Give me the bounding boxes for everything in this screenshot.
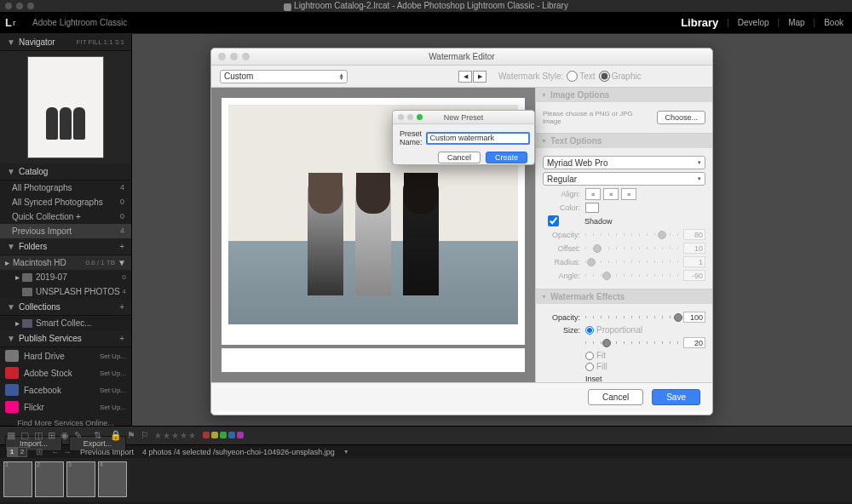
module-book[interactable]: Book bbox=[824, 18, 843, 27]
folder-drive[interactable]: ▸Macintosh HD0.6 / 1 TB▼ bbox=[0, 255, 131, 270]
font-style-select[interactable]: Regular▾ bbox=[543, 172, 705, 186]
publish-header[interactable]: ▼Publish Services+ bbox=[0, 330, 131, 347]
font-select[interactable]: Myriad Web Pro▾ bbox=[543, 156, 705, 169]
photo-count-label: 4 photos /4 selected /suhyeon-choi-10492… bbox=[142, 448, 335, 456]
navigator-preview[interactable] bbox=[0, 51, 131, 163]
publish-hard-drive[interactable]: Hard DriveSet Up... bbox=[0, 347, 131, 364]
collections-header[interactable]: ▼Collections+ bbox=[0, 299, 131, 316]
shadow-angle-slider[interactable] bbox=[585, 274, 678, 277]
size-proportional-radio[interactable]: Proportional bbox=[585, 325, 642, 335]
watermark-options-panel: ▼Image Options Please choose a PNG or JP… bbox=[535, 88, 712, 382]
text-options-header[interactable]: ▼Text Options bbox=[536, 134, 712, 148]
source-label[interactable]: Previous Import bbox=[80, 448, 134, 456]
filmstrip-thumb[interactable]: 1 bbox=[3, 461, 32, 497]
app-name: Adobe Lightroom Classic bbox=[32, 18, 127, 27]
compare-view-icon[interactable]: ◫ bbox=[34, 430, 43, 441]
preset-dropdown[interactable]: Custom▴▾ bbox=[220, 70, 348, 83]
preset-cancel-button[interactable]: Cancel bbox=[438, 152, 481, 163]
publish-flickr[interactable]: FlickrSet Up... bbox=[0, 398, 131, 415]
new-preset-dialog: New Preset Preset Name: Cancel Create bbox=[392, 110, 535, 165]
size-slider[interactable] bbox=[585, 341, 678, 344]
publish-facebook[interactable]: FacebookSet Up... bbox=[0, 381, 131, 398]
find-more-services[interactable]: Find More Services Online... bbox=[0, 415, 131, 431]
people-view-icon[interactable]: ◉ bbox=[60, 430, 69, 441]
watermark-editor-window: Watermark Editor Custom▴▾ ◀ ▶ Watermark … bbox=[210, 48, 713, 415]
shadow-checkbox[interactable] bbox=[548, 215, 559, 226]
window-title: Lightroom Catalog-2.lrcat - Adobe Photos… bbox=[294, 1, 568, 10]
left-panel: ▼NavigatorFIT FILL 1:1 3:1 ▼Catalog All … bbox=[0, 34, 132, 426]
sort-direction-icon[interactable]: ⇅ bbox=[94, 430, 101, 441]
catalog-quick-collection[interactable]: Quick Collection +0 bbox=[0, 209, 131, 224]
smart-collections[interactable]: ▸Smart Collec... bbox=[0, 316, 131, 330]
color-labels[interactable] bbox=[202, 431, 245, 440]
choose-image-button[interactable]: Choose... bbox=[657, 111, 705, 124]
macos-titlebar: Lightroom Catalog-2.lrcat - Adobe Photos… bbox=[0, 0, 852, 12]
flag-reject-icon[interactable]: ⚐ bbox=[141, 430, 149, 441]
shadow-opacity-slider[interactable] bbox=[585, 233, 678, 236]
style-text-radio[interactable]: Text bbox=[567, 71, 595, 82]
inset-label: Inset bbox=[585, 375, 705, 382]
lock-icon[interactable]: 🔒 bbox=[110, 430, 122, 441]
next-image-button[interactable]: ▶ bbox=[473, 71, 486, 83]
prev-image-button[interactable]: ◀ bbox=[458, 71, 472, 83]
text-color-swatch[interactable] bbox=[585, 203, 599, 213]
image-options-header[interactable]: ▼Image Options bbox=[536, 88, 712, 102]
catalog-synced[interactable]: All Synced Photographs0 bbox=[0, 195, 131, 209]
module-develop[interactable]: Develop bbox=[738, 18, 769, 27]
flag-pick-icon[interactable]: ⚑ bbox=[127, 430, 135, 441]
effect-opacity-slider[interactable] bbox=[585, 316, 678, 318]
preset-name-input[interactable] bbox=[426, 132, 530, 145]
filmstrip[interactable]: 1 2 3 4 bbox=[0, 458, 852, 502]
folders-header[interactable]: ▼Folders+ bbox=[0, 238, 131, 255]
filmstrip-thumb[interactable]: 2 bbox=[35, 461, 64, 497]
image-hint: Please choose a PNG or JPG image bbox=[543, 110, 652, 125]
size-fit-radio[interactable]: Fit bbox=[585, 351, 705, 360]
watermark-style-label: Watermark Style: bbox=[498, 72, 563, 81]
nav-back-icon[interactable]: ← bbox=[51, 447, 60, 456]
filmstrip-thumb[interactable]: 3 bbox=[66, 461, 95, 497]
grid-view-icon[interactable]: ▦ bbox=[7, 430, 15, 441]
style-graphic-radio[interactable]: Graphic bbox=[599, 71, 642, 82]
catalog-all-photos[interactable]: All Photographs4 bbox=[0, 180, 131, 195]
loupe-view-icon[interactable]: ▢ bbox=[20, 430, 29, 441]
window-controls[interactable] bbox=[5, 3, 34, 9]
module-map[interactable]: Map bbox=[788, 18, 804, 27]
module-library[interactable]: Library bbox=[681, 16, 718, 29]
catalog-header[interactable]: ▼Catalog bbox=[0, 163, 131, 180]
shadow-radius-slider[interactable] bbox=[585, 261, 678, 263]
watermark-save-button[interactable]: Save bbox=[652, 389, 700, 405]
navigator-header[interactable]: ▼NavigatorFIT FILL 1:1 3:1 bbox=[0, 34, 131, 51]
module-picker: Library| Develop| Map| Book bbox=[681, 16, 843, 29]
painter-icon[interactable]: ✎ bbox=[74, 430, 82, 441]
nav-forward-icon[interactable]: → bbox=[63, 447, 72, 456]
shadow-offset-slider[interactable] bbox=[585, 247, 678, 249]
folder-item[interactable]: ▸UNSPLASH PHOTOS4 bbox=[0, 284, 131, 299]
preset-name-label: Preset Name: bbox=[400, 129, 423, 146]
screen-mode-segment: 12 bbox=[7, 447, 27, 457]
secondary-grid-icon[interactable]: ⊞ bbox=[36, 447, 43, 456]
folder-item[interactable]: ▸2019-070 bbox=[0, 270, 131, 284]
document-icon bbox=[284, 3, 291, 11]
survey-view-icon[interactable]: ⊞ bbox=[48, 430, 55, 441]
size-fill-radio[interactable]: Fill bbox=[585, 362, 705, 371]
star-rating[interactable]: ★★★★★ bbox=[154, 431, 197, 440]
text-align-buttons[interactable]: ≡≡≡ bbox=[585, 188, 636, 200]
watermark-effects-header[interactable]: ▼Watermark Effects bbox=[536, 289, 712, 304]
publish-adobe-stock[interactable]: Adobe StockSet Up... bbox=[0, 364, 131, 381]
lightroom-logo: Lr bbox=[5, 14, 27, 32]
app-header: Lr Adobe Lightroom Classic Library| Deve… bbox=[0, 12, 852, 34]
preset-create-button[interactable]: Create bbox=[486, 152, 527, 163]
watermark-caption-input[interactable] bbox=[222, 348, 525, 372]
catalog-previous-import[interactable]: Previous Import4 bbox=[0, 224, 131, 238]
watermark-editor-titlebar[interactable]: Watermark Editor bbox=[211, 49, 712, 66]
watermark-cancel-button[interactable]: Cancel bbox=[588, 389, 643, 405]
filmstrip-thumb[interactable]: 4 bbox=[98, 461, 127, 497]
preview-nav: ◀ ▶ bbox=[458, 71, 486, 83]
